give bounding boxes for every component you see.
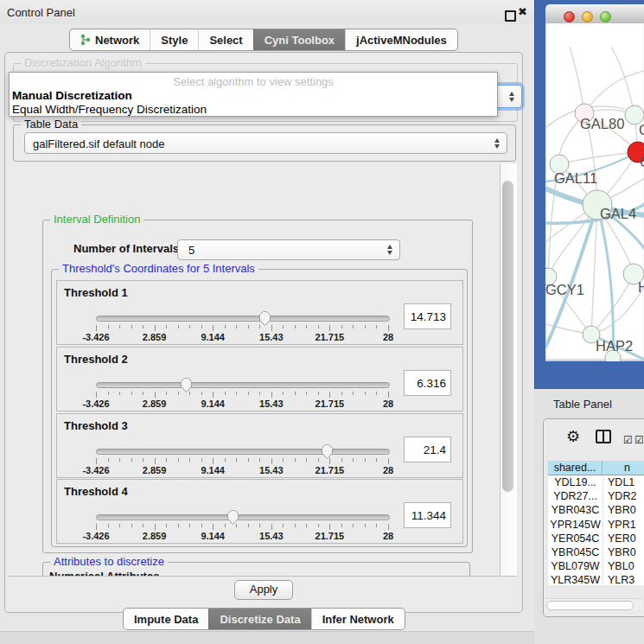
threshold-1-slider-track[interactable] bbox=[96, 316, 390, 322]
slider-tick bbox=[248, 392, 249, 395]
network-edge[interactable] bbox=[611, 47, 634, 115]
name-cell[interactable]: YLR3 bbox=[603, 573, 644, 585]
minimize-traffic-light-icon[interactable] bbox=[582, 11, 593, 22]
dropdown-option-manual-discretization[interactable]: Manual Discretization bbox=[10, 89, 497, 103]
slider-tick bbox=[166, 392, 167, 395]
shared-name-cell[interactable]: YBR045C bbox=[548, 545, 603, 559]
columns-icon[interactable] bbox=[596, 430, 611, 443]
table-data-group: Table Data galFiltered.sif default node bbox=[13, 124, 516, 162]
name-cell[interactable]: YBL0 bbox=[603, 559, 644, 573]
network-node-label: H bbox=[638, 279, 644, 295]
threshold-3-value-field[interactable]: 21.4 bbox=[404, 437, 451, 462]
slider-tick-label: 15.43 bbox=[259, 465, 284, 475]
checkbox-icon[interactable]: ☑ bbox=[634, 434, 644, 446]
table-row[interactable]: YBR043CYBR0 bbox=[548, 503, 644, 517]
slider-tick bbox=[376, 325, 377, 328]
dropdown-option-equal-width-frequency[interactable]: Equal Width/Frequency Discretization bbox=[10, 103, 497, 117]
table-row[interactable]: YDL19...YDL1 bbox=[548, 475, 644, 489]
zoom-traffic-light-icon[interactable] bbox=[600, 11, 611, 22]
name-cell[interactable]: YBR0 bbox=[603, 545, 644, 559]
threshold-3-slider-thumb[interactable] bbox=[321, 443, 334, 460]
slider-tick bbox=[329, 392, 330, 398]
slider-tick bbox=[271, 458, 272, 464]
panel-vertical-scrollbar[interactable] bbox=[500, 163, 517, 577]
slider-tick bbox=[225, 524, 226, 527]
tab-discretize-data[interactable]: Discretize Data bbox=[208, 609, 310, 629]
tab-infer-network[interactable]: Infer Network bbox=[311, 609, 405, 629]
tab-network[interactable]: Network bbox=[70, 29, 150, 50]
shared-name-cell[interactable]: YPR145W bbox=[548, 518, 603, 532]
table-row[interactable]: YDR27...YDR2 bbox=[548, 489, 644, 503]
network-node-label: GA bbox=[639, 122, 644, 137]
slider-tick bbox=[271, 392, 272, 398]
slider-tick-label: -3.426 bbox=[82, 465, 109, 475]
slider-tick bbox=[318, 458, 319, 462]
threshold-2-value-field[interactable]: 6.316 bbox=[404, 370, 451, 396]
float-window-icon[interactable] bbox=[505, 10, 516, 22]
network-edge[interactable] bbox=[591, 285, 644, 335]
network-edge[interactable] bbox=[570, 47, 584, 113]
shared-name-cell[interactable]: YER054C bbox=[548, 532, 603, 545]
network-node-label: GCY1 bbox=[545, 282, 584, 297]
table-row[interactable]: YLR345WYLR3 bbox=[548, 573, 644, 585]
tab-style[interactable]: Style bbox=[150, 29, 198, 50]
threshold-3-slider-track[interactable] bbox=[96, 449, 390, 455]
slider-tick-label: 2.859 bbox=[143, 465, 167, 475]
table-row[interactable]: YBR045CYBR0 bbox=[548, 545, 644, 559]
cyni-toolbox-panel: Discretization Algorithm Table Data galF… bbox=[4, 52, 523, 613]
shared-name-cell[interactable]: YLR345W bbox=[548, 573, 603, 585]
slider-tick bbox=[178, 325, 179, 328]
tab-select[interactable]: Select bbox=[198, 29, 252, 50]
slider-tick bbox=[271, 524, 272, 530]
slider-tick bbox=[131, 524, 132, 527]
table-row[interactable]: YBL079WYBL0 bbox=[548, 559, 644, 573]
threshold-4-label: Threshold 4 bbox=[64, 485, 128, 498]
tab-cyni-toolbox[interactable]: Cyni Toolbox bbox=[253, 29, 345, 50]
threshold-2-slider-thumb[interactable] bbox=[180, 377, 193, 393]
number-of-intervals-combobox[interactable]: 5 bbox=[177, 239, 400, 260]
name-cell[interactable]: YBR0 bbox=[603, 503, 644, 517]
node-attribute-table[interactable]: shared... n YDL19...YDL1YDR27...YDR2YBR0… bbox=[548, 461, 644, 585]
threshold-1-slider-thumb[interactable] bbox=[258, 310, 271, 327]
table-row[interactable]: YER054CYER0 bbox=[548, 532, 644, 545]
scrollbar-thumb[interactable] bbox=[502, 181, 513, 492]
threshold-1-value-field[interactable]: 14.713 bbox=[404, 303, 451, 329]
table-row[interactable]: YPR145WYPR1 bbox=[548, 518, 644, 532]
column-header-shared-name[interactable]: shared... bbox=[548, 461, 603, 475]
shared-name-cell[interactable]: YBL079W bbox=[548, 559, 603, 573]
network-graph[interactable]: GAL80GACGAL11GAL4GCY1HHAP2 bbox=[545, 23, 644, 361]
name-cell[interactable]: YER0 bbox=[603, 532, 644, 545]
threshold-4-slider-thumb[interactable] bbox=[226, 509, 239, 526]
shared-name-cell[interactable]: YDR27... bbox=[548, 489, 603, 503]
column-header-name[interactable]: n bbox=[603, 461, 644, 475]
name-cell[interactable]: YPR1 bbox=[603, 518, 644, 532]
slider-tick bbox=[388, 524, 389, 530]
slider-tick-label: 28 bbox=[383, 465, 393, 475]
name-cell[interactable]: YDL1 bbox=[603, 475, 644, 489]
scrollbar-thumb[interactable] bbox=[546, 601, 634, 610]
slider-tick-label: 21.715 bbox=[316, 531, 345, 541]
table-horizontal-scrollbar[interactable] bbox=[545, 598, 642, 610]
gear-icon[interactable]: ⚙ bbox=[566, 429, 580, 444]
slider-tick bbox=[283, 325, 284, 328]
slider-tick-label: -3.426 bbox=[82, 399, 109, 409]
slider-tick bbox=[341, 524, 342, 527]
table-data-combobox[interactable]: galFiltered.sif default node bbox=[24, 132, 507, 154]
close-traffic-light-icon[interactable] bbox=[564, 11, 575, 22]
slider-tick-label: 15.43 bbox=[259, 531, 284, 541]
checkbox-icon[interactable]: ☑ bbox=[623, 434, 633, 446]
close-icon[interactable]: ✖ bbox=[518, 5, 527, 18]
slider-tick bbox=[376, 458, 377, 462]
network-window-titlebar[interactable] bbox=[545, 4, 644, 24]
network-canvas[interactable]: GAL80GACGAL11GAL4GCY1HHAP2 bbox=[545, 23, 644, 361]
apply-button[interactable]: Apply bbox=[234, 580, 293, 600]
threshold-4-slider-track[interactable] bbox=[96, 514, 390, 520]
slider-tick bbox=[388, 458, 389, 464]
tab-jactivemnodules[interactable]: jActiveMNodules bbox=[345, 29, 457, 50]
threshold-2-slider-track[interactable] bbox=[96, 382, 390, 388]
shared-name-cell[interactable]: YDL19... bbox=[548, 475, 603, 489]
name-cell[interactable]: YDR2 bbox=[603, 489, 644, 503]
tab-impute-data[interactable]: Impute Data bbox=[124, 609, 208, 629]
shared-name-cell[interactable]: YBR043C bbox=[548, 503, 603, 517]
threshold-4-value-field[interactable]: 11.344 bbox=[404, 502, 451, 528]
